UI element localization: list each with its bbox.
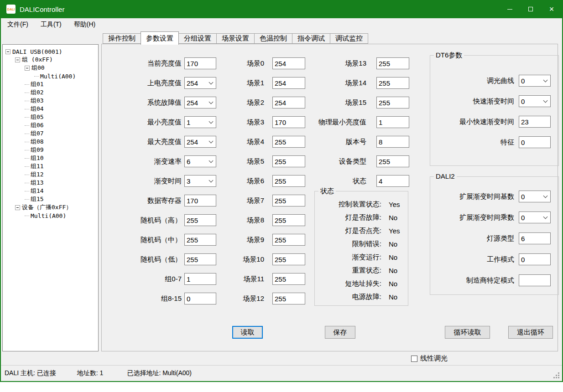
operating-mode-input[interactable] (519, 253, 551, 265)
tab-scene-setting[interactable]: 场景设置 (216, 33, 255, 44)
tree-item-label[interactable]: Multi(A00) (31, 212, 66, 219)
tree-item-label[interactable]: 组05 (31, 113, 44, 121)
features-input[interactable] (519, 136, 551, 148)
max-brightness-combobox[interactable]: 254 (184, 136, 216, 148)
device-type-input[interactable] (376, 155, 409, 167)
menu-file[interactable]: 文件(F) (7, 21, 28, 29)
min-brightness-combobox[interactable]: 1 (184, 116, 216, 128)
tree-item-label[interactable]: Multi(A00) (40, 73, 76, 80)
fade-time-combobox[interactable]: 3 (184, 175, 216, 187)
close-button[interactable]: × (541, 0, 562, 18)
fade-rate-combobox[interactable]: 6 (184, 155, 216, 167)
tree-connector (25, 109, 29, 109)
scene-5-input[interactable] (272, 155, 305, 167)
tree-item: 组03 (3, 97, 98, 105)
light-source-type-input[interactable] (519, 232, 551, 244)
combobox-value: 1 (187, 119, 190, 126)
chevron-down-icon (543, 77, 548, 82)
tree-item-label[interactable]: 组02 (31, 88, 44, 97)
status-input[interactable] (376, 175, 409, 187)
app-icon: DALI (6, 5, 16, 14)
scene-4-input[interactable] (272, 136, 305, 148)
scene-1-input[interactable] (272, 77, 305, 89)
tree-item-label[interactable]: 设备（广播0xFF） (22, 203, 72, 211)
tab-color-temp-control[interactable]: 色温控制 (254, 33, 292, 44)
collapse-icon[interactable] (5, 49, 10, 54)
scene-8-input[interactable] (272, 214, 305, 226)
collapse-icon[interactable] (25, 66, 30, 71)
scene-10-input[interactable] (272, 253, 305, 265)
current-brightness-input[interactable] (184, 57, 216, 69)
tree-item-label[interactable]: 组09 (31, 146, 44, 154)
field-label: 场景8 (218, 216, 264, 225)
tab-operation-control[interactable]: 操作控制 (103, 33, 141, 44)
tab-debug-monitor[interactable]: 调试监控 (330, 33, 368, 44)
tab-command-debug[interactable]: 指令调试 (292, 33, 330, 44)
tree-item-label[interactable]: 组13 (31, 179, 44, 187)
tree-item-label[interactable]: 组03 (31, 97, 44, 105)
tree-item-label[interactable]: 组01 (31, 80, 44, 88)
data-register-input[interactable] (184, 195, 216, 206)
menu-tools[interactable]: 工具(T) (41, 21, 62, 29)
scene-0-input[interactable] (272, 57, 305, 69)
scene-3-input[interactable] (272, 116, 305, 128)
maximize-button[interactable] (520, 0, 541, 18)
scene-13-input[interactable] (376, 57, 409, 69)
tab-parameter-setting[interactable]: 参数设置 (141, 31, 179, 45)
random-code-high-input[interactable] (184, 214, 216, 226)
exit-loop-button[interactable]: 退出循环 (508, 326, 553, 339)
groupbox-title: 状态 (318, 187, 336, 196)
version-input[interactable] (376, 136, 409, 148)
save-button[interactable]: 保存 (325, 326, 355, 339)
scene-12-input[interactable] (272, 293, 305, 304)
tree-item-label[interactable]: DALI USB(0001) (12, 48, 63, 55)
status-value: No (389, 253, 397, 261)
fast-fade-time-combobox[interactable]: 0 (519, 95, 551, 107)
collapse-icon[interactable] (15, 205, 20, 210)
loop-read-button[interactable]: 循环读取 (445, 326, 490, 339)
random-code-low-input[interactable] (184, 253, 216, 265)
scene-11-input[interactable] (272, 273, 305, 285)
system-failure-combobox[interactable]: 254 (184, 97, 216, 108)
status-value: Yes (389, 201, 400, 208)
tab-group-setting[interactable]: 分组设置 (178, 33, 217, 44)
linear-dimming-checkbox[interactable] (411, 356, 417, 362)
scene-14-input[interactable] (376, 77, 409, 89)
minimize-button[interactable] (499, 0, 520, 18)
tree-item-label[interactable]: 组14 (31, 187, 44, 195)
parameter-column-1: 当前亮度值 上电亮度值254 系统故障值254 最小亮度值1 最大亮度值254 … (118, 57, 216, 312)
power-on-brightness-combobox[interactable]: 254 (184, 77, 216, 89)
tree-item-label[interactable]: 组10 (31, 154, 44, 162)
tree-item: 组01 (3, 80, 98, 88)
random-code-mid-input[interactable] (184, 234, 216, 246)
tree-item-label[interactable]: 组15 (31, 195, 44, 203)
scene-15-input[interactable] (376, 97, 409, 108)
tree-item-label[interactable]: 组00 (31, 64, 45, 72)
scene-2-input[interactable] (272, 97, 305, 108)
collapse-icon[interactable] (15, 57, 20, 62)
tree-item-label[interactable]: 组07 (31, 129, 44, 138)
tree-item-label[interactable]: 组12 (31, 170, 44, 179)
tree-item-label[interactable]: 组11 (31, 162, 44, 170)
scene-9-input[interactable] (272, 234, 305, 246)
status-value: No (389, 293, 397, 301)
scene-7-input[interactable] (272, 195, 305, 206)
menu-help[interactable]: 帮助(H) (74, 21, 95, 29)
resize-grip-icon[interactable] (558, 377, 559, 378)
manufacturer-mode-input[interactable] (519, 274, 551, 286)
form-row: 版本号 (306, 136, 409, 148)
tree-connector (25, 84, 29, 85)
min-fast-fade-time-input[interactable] (519, 116, 551, 128)
dimming-curve-combobox[interactable]: 0 (519, 75, 551, 87)
tree-item-label[interactable]: 组06 (31, 121, 44, 129)
tree-item-label[interactable]: 组08 (31, 138, 44, 146)
scene-6-input[interactable] (272, 175, 305, 187)
tree-item-label[interactable]: 组04 (31, 105, 44, 113)
group-0-7-input[interactable] (184, 273, 216, 285)
read-button[interactable]: 读取 (232, 326, 263, 339)
tree-item-label[interactable]: 组 (0xFF) (22, 56, 53, 64)
group-8-15-input[interactable] (184, 293, 216, 304)
ext-fade-time-base-combobox[interactable]: 0 (519, 191, 551, 202)
ext-fade-time-multiplier-combobox[interactable]: 0 (519, 211, 551, 223)
physical-min-brightness-input[interactable] (376, 116, 409, 128)
